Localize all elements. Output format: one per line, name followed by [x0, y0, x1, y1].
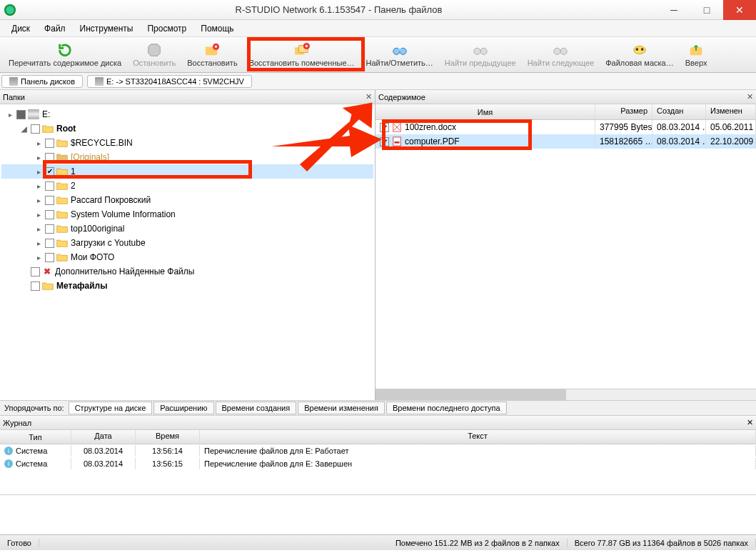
col-created[interactable]: Создан [652, 104, 706, 119]
tree-row[interactable]: Метафайлы [1, 279, 373, 293]
col-size[interactable]: Размер [595, 104, 652, 119]
col-modified[interactable]: Изменен [706, 104, 756, 119]
journal-type: Система [16, 447, 47, 455]
info-icon: i [4, 447, 13, 455]
expand-icon[interactable]: ▸ [34, 168, 43, 176]
tree-checkbox[interactable] [45, 253, 54, 262]
file-name: 100zren.docx [405, 122, 456, 132]
expand-icon[interactable]: ▸ [34, 154, 43, 161]
tree-row[interactable]: ✖Дополнительно Найденные Файлы [1, 264, 373, 279]
tab-disks-label: Панель дисков [21, 77, 75, 86]
folders-tree[interactable]: ▸E:◢Root▸$RECYCLE.BIN▸[Originals]▸1▸2▸Pa… [0, 104, 375, 400]
tabs-bar: Панель дисков E: -> ST3320418ASCC44 : 5V… [0, 73, 756, 90]
tree-checkbox[interactable] [45, 167, 54, 176]
file-size: 158182665 … [595, 134, 652, 149]
tab-drive[interactable]: E: -> ST3320418ASCC44 : 5VM2CHJV [87, 75, 252, 88]
recover-icon [204, 42, 220, 58]
menu-file[interactable]: Файл [37, 21, 73, 36]
menu-view[interactable]: Просмотр [140, 21, 193, 36]
expand-icon[interactable]: ▸ [34, 239, 43, 247]
stop-button[interactable]: Остановить [127, 39, 181, 71]
journal-row[interactable]: iСистема08.03.201413:56:15Перечисление ф… [0, 457, 756, 470]
expand-icon[interactable]: ▸ [34, 254, 43, 261]
jcol-date[interactable]: Дата [71, 430, 136, 444]
expand-icon[interactable]: ▸ [34, 182, 43, 190]
jcol-text[interactable]: Текст [200, 430, 756, 444]
h-scrollbar[interactable] [376, 389, 756, 400]
tree-row[interactable]: ▸E: [1, 107, 373, 121]
tree-checkbox[interactable] [16, 110, 26, 119]
tree-checkbox[interactable] [45, 210, 54, 219]
menu-tools[interactable]: Инструменты [73, 21, 141, 36]
tree-row[interactable]: ▸2 [1, 179, 373, 193]
col-name[interactable]: Имя [376, 104, 595, 119]
file-checkbox[interactable] [380, 123, 389, 132]
tree-row[interactable]: ▸top100original [1, 221, 373, 236]
tree-row[interactable]: ▸[Originals] [1, 150, 373, 164]
menu-disk[interactable]: Диск [4, 21, 37, 36]
file-mask-button[interactable]: Файловая маска… [600, 39, 680, 71]
tree-row[interactable]: ▸Мои ФОТО [1, 250, 373, 264]
jcol-time[interactable]: Время [136, 430, 200, 444]
journal-list[interactable]: iСистема08.03.201413:56:14Перечисление ф… [0, 444, 756, 494]
tree-checkbox[interactable] [31, 282, 40, 291]
tree-checkbox[interactable] [45, 239, 54, 248]
find-prev-button[interactable]: Найти предыдущее [439, 39, 522, 71]
tree-row[interactable]: ▸Загрузки с Youtube [1, 236, 373, 250]
expand-icon[interactable]: ▸ [34, 139, 43, 147]
folder-icon [56, 224, 68, 234]
tree-checkbox[interactable] [31, 267, 40, 276]
tree-checkbox[interactable] [45, 153, 54, 162]
minimize-button[interactable]: ─ [657, 0, 690, 20]
tab-disks-panel[interactable]: Панель дисков [1, 75, 83, 88]
file-row[interactable]: 100zren.docx377995 Bytes08.03.2014 …05.0… [376, 120, 756, 134]
sort-tab-extension[interactable]: Расширению [153, 402, 213, 414]
find-next-button[interactable]: Найти следующее [522, 39, 600, 71]
expand-icon[interactable]: ▸ [34, 225, 43, 233]
tree-checkbox[interactable] [45, 181, 54, 191]
expand-icon[interactable]: ▸ [34, 196, 43, 204]
jcol-type[interactable]: Тип [0, 430, 71, 444]
refresh-icon [57, 42, 73, 58]
recover-marked-label: Восстановить помеченные… [249, 59, 355, 67]
menu-help[interactable]: Помощь [193, 21, 241, 36]
tree-checkbox[interactable] [31, 124, 40, 134]
reread-button[interactable]: Перечитать содержимое диска [3, 39, 127, 71]
contents-close-icon[interactable]: ✕ [747, 92, 753, 101]
journal-row[interactable]: iСистема08.03.201413:56:14Перечисление ф… [0, 444, 756, 457]
folders-close-icon[interactable]: ✕ [366, 92, 372, 101]
tree-row[interactable]: ▸Paccard Покровский [1, 193, 373, 207]
expand-icon[interactable]: ▸ [34, 211, 43, 219]
scrollbar-thumb[interactable] [376, 389, 566, 400]
find-next-label: Найти следующее [528, 59, 595, 67]
file-row[interactable]: computer.PDF158182665 …08.03.2014 …22.10… [376, 134, 756, 149]
up-button[interactable]: Вверх [680, 39, 713, 71]
find-mark-button[interactable]: Найти/Отметить… [361, 39, 439, 71]
tree-checkbox[interactable] [45, 139, 54, 148]
close-button[interactable]: ✕ [723, 0, 756, 20]
tree-checkbox[interactable] [45, 196, 54, 205]
stop-icon [146, 42, 162, 58]
recover-marked-button[interactable]: Восстановить помеченные… [243, 39, 361, 71]
maximize-button[interactable]: □ [690, 0, 723, 20]
sort-tab-structure[interactable]: Структуре на диске [69, 402, 153, 414]
journal-close-icon[interactable]: ✕ [747, 418, 753, 427]
file-list[interactable]: 100zren.docx377995 Bytes08.03.2014 …05.0… [376, 120, 756, 389]
svg-point-13 [634, 46, 646, 54]
tree-row[interactable]: ▸$RECYCLE.BIN [1, 136, 373, 150]
file-checkbox[interactable] [380, 137, 389, 146]
file-created: 08.03.2014 … [652, 134, 706, 149]
expand-icon[interactable]: ◢ [20, 125, 29, 133]
tree-label: System Volume Information [71, 209, 176, 219]
file-modified: 22.10.2009 … [706, 134, 756, 149]
file-mask-label: Файловая маска… [605, 59, 674, 67]
tree-row[interactable]: ▸1 [1, 164, 373, 179]
expand-icon[interactable]: ▸ [6, 111, 14, 119]
sort-tab-accessed[interactable]: Времени последнего доступа [386, 402, 507, 414]
sort-tab-created[interactable]: Времени создания [216, 402, 297, 414]
tree-row[interactable]: ▸System Volume Information [1, 207, 373, 221]
tree-row[interactable]: ◢Root [1, 121, 373, 136]
recover-button[interactable]: Восстановить [181, 39, 243, 71]
tree-checkbox[interactable] [45, 224, 54, 234]
sort-tab-modified[interactable]: Времени изменения [298, 402, 385, 414]
